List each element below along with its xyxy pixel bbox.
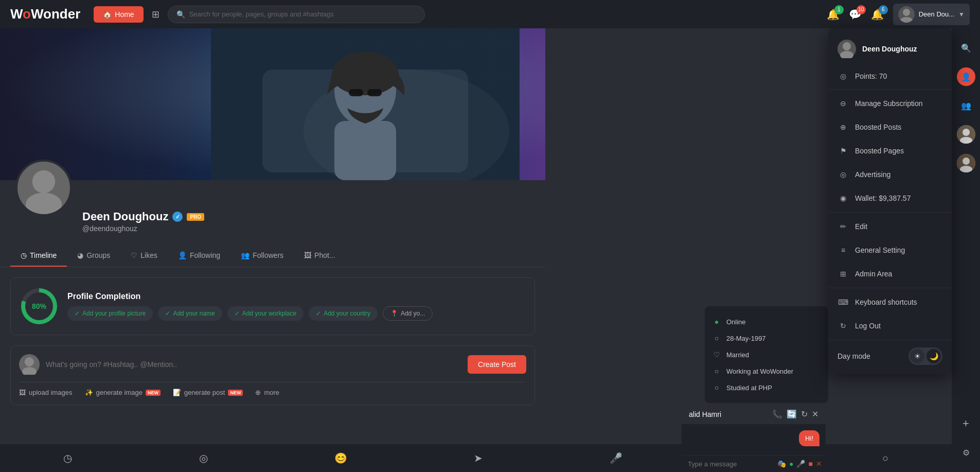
completion-item-0[interactable]: ✓ Add your profile picture [67, 306, 153, 321]
main-content: Deen Doughouz ✓ PRO @deendoughouz ◷ Time… [0, 28, 980, 472]
daymode-dark-option[interactable]: 🌙 [926, 349, 941, 363]
tab-groups[interactable]: ◕ Groups [67, 245, 120, 267]
search-bar[interactable]: 🔍 Search for people, pages, groups and #… [168, 6, 425, 23]
top-navigation: WoWonder 🏠 Home ⊞ 🔍 Search for people, p… [0, 0, 980, 28]
tab-followers[interactable]: 👥 Followers [230, 245, 294, 267]
likes-icon: ♡ [131, 251, 137, 259]
cover-image [211, 28, 520, 180]
mic-icon[interactable]: 🎤 [796, 460, 805, 468]
keyboard-icon: ⌨ [838, 296, 849, 308]
dropdown-manage-subscription[interactable]: ⊖ Manage Subscription [828, 92, 952, 115]
dropdown-admin-area[interactable]: ⊞ Admin Area [828, 262, 952, 286]
chat-red-icon[interactable]: ■ [808, 460, 812, 468]
daymode-light-option[interactable]: ☀ [910, 349, 924, 363]
completion-item-1[interactable]: ✓ Add your name [158, 306, 222, 321]
cover-photo [0, 28, 545, 180]
daymode-toggle[interactable]: ☀ 🌙 [908, 347, 942, 365]
verified-badge: ✓ [172, 212, 183, 222]
svg-point-14 [25, 357, 34, 366]
points-icon: ◎ [838, 71, 849, 82]
work-row: ○ Working at WoWonder [712, 363, 821, 379]
chat-green-icon[interactable]: ● [789, 460, 793, 468]
info-sidebar: ● Online ○ 28-May-1997 ♡ Married ○ Worki… [705, 306, 828, 407]
bottom-icon-2[interactable]: 😊 [334, 452, 347, 464]
sidebar-user-icon[interactable]: 👤 [957, 67, 975, 86]
emoji-icon[interactable]: 🎭 [777, 460, 786, 468]
create-post-button[interactable]: Create Post [468, 355, 526, 374]
sidebar-settings-icon[interactable]: ⚙ [957, 443, 975, 462]
generate-post-action[interactable]: 📝 generate post NEW [173, 389, 243, 396]
following-icon: 👤 [178, 251, 187, 259]
chat-action-icons: 🎭 ● 🎤 ■ ✕ [777, 460, 822, 468]
dropdown-user-info: Deen Doughouz [828, 32, 952, 65]
completion-item-4[interactable]: 📍 Add yo... [383, 306, 433, 321]
photos-icon: 🖼 [304, 251, 311, 259]
divider-2 [828, 212, 952, 213]
heart-icon: ♡ [712, 351, 721, 359]
dropdown-wallet[interactable]: ◉ Wallet: $9,387.57 [828, 186, 952, 210]
bottom-icon-6[interactable]: ○ [882, 452, 888, 464]
education-row: ○ Studied at PHP [712, 379, 821, 396]
chat-refresh-icon[interactable]: ↻ [801, 409, 808, 419]
completion-item-2[interactable]: ✓ Add your workplace [227, 306, 304, 321]
generate-post-icon: 📝 [173, 389, 181, 396]
chat-close-icon[interactable]: ✕ [812, 409, 818, 419]
alerts-icon-wrap[interactable]: 🔔 6 [871, 8, 884, 21]
tab-photos[interactable]: 🖼 Phot... [294, 245, 345, 267]
messages-badge: 10 [857, 5, 866, 14]
alerts-badge: 6 [879, 5, 888, 14]
dropdown-boosted-pages[interactable]: ⚑ Boosted Pages [828, 139, 952, 163]
dropdown-advertising[interactable]: ◎ Advertising [828, 163, 952, 186]
home-button[interactable]: 🏠 Home [94, 6, 143, 23]
chat-text-input[interactable] [688, 460, 774, 468]
svg-point-22 [963, 158, 970, 165]
sidebar-avatar-2[interactable] [957, 154, 975, 172]
sidebar-group-icon[interactable]: 👥 [957, 96, 975, 115]
online-status-row: ● Online [712, 313, 821, 330]
generate-image-icon: ✨ [85, 389, 93, 396]
svg-point-17 [840, 51, 853, 58]
chat-darkred-icon[interactable]: ✕ [816, 460, 822, 468]
chat-phone-icon[interactable]: 📞 [772, 409, 782, 419]
user-menu-trigger[interactable]: Deen Dou... ▼ [893, 4, 970, 25]
post-input-row: Create Post [19, 354, 526, 375]
tab-likes[interactable]: ♡ Likes [120, 245, 168, 267]
dropdown-general-setting[interactable]: ≡ General Setting [828, 238, 952, 262]
upload-images-action[interactable]: 🖼 upload images [19, 389, 73, 396]
more-actions[interactable]: ⊕ more [255, 389, 279, 396]
dropdown-logout[interactable]: ↻ Log Out [828, 314, 952, 338]
bottom-icon-4[interactable]: 🎤 [610, 452, 622, 464]
tab-timeline[interactable]: ◷ Timeline [10, 245, 67, 267]
bottom-icon-3[interactable]: ➤ [474, 452, 483, 464]
sidebar-search-icon[interactable]: 🔍 [957, 39, 975, 57]
messages-icon-wrap[interactable]: 💬 10 [849, 8, 862, 21]
dropdown-keyboard-shortcuts[interactable]: ⌨ Keyboard shortcuts [828, 290, 952, 314]
grid-menu-icon[interactable]: ⊞ [152, 9, 159, 20]
nav-username: Deen Dou... [919, 10, 954, 18]
chat-video-icon[interactable]: 🔄 [787, 409, 797, 419]
dropdown-edit[interactable]: ✏ Edit [828, 215, 952, 238]
check-icon-2: ✓ [235, 310, 240, 317]
svg-point-12 [32, 170, 56, 194]
pro-badge: PRO [187, 213, 204, 221]
bottom-icon-0[interactable]: ◷ [63, 452, 72, 464]
completion-item-3[interactable]: ✓ Add your country [309, 306, 378, 321]
check-icon-1: ✓ [165, 310, 170, 317]
logo-accent: o [23, 6, 31, 22]
post-text-input[interactable] [46, 360, 461, 369]
completion-title: Profile Completion [67, 292, 524, 301]
svg-rect-9 [349, 89, 363, 96]
dropdown-boosted-posts[interactable]: ⊕ Boosted Posts [828, 115, 952, 139]
notifications-icon-wrap[interactable]: 🔔 1 [827, 8, 840, 21]
generate-image-action[interactable]: ✨ generate image NEW [85, 389, 161, 396]
divider-3 [828, 288, 952, 288]
svg-rect-10 [367, 89, 382, 96]
post-user-avatar [19, 354, 40, 375]
bottom-icon-1[interactable]: ◎ [199, 452, 208, 464]
svg-point-16 [843, 42, 851, 50]
tab-following[interactable]: 👤 Following [168, 245, 230, 267]
logout-icon: ↻ [838, 320, 849, 331]
birthday-row: ○ 28-May-1997 [712, 330, 821, 346]
sidebar-avatar-1[interactable] [957, 125, 975, 144]
sidebar-add-icon[interactable]: + [957, 414, 975, 433]
